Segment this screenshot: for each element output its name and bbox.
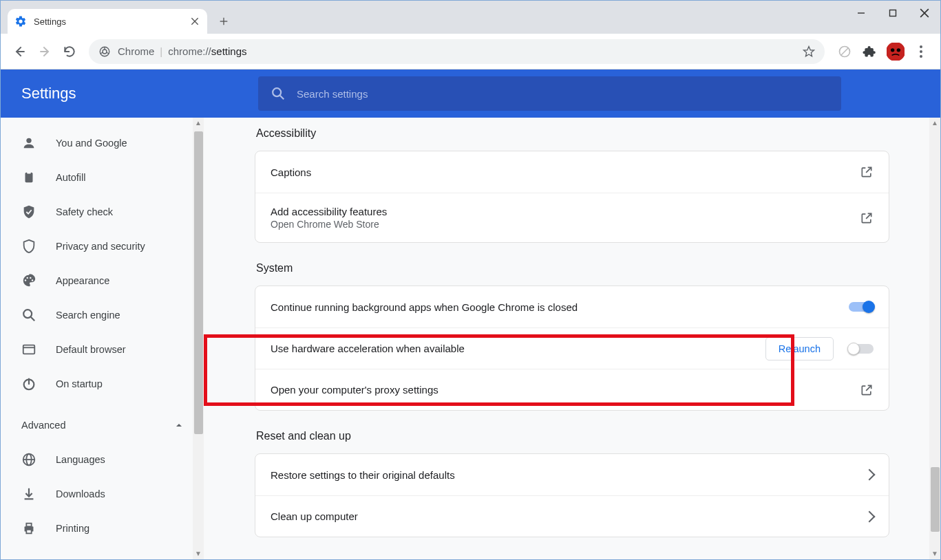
sidebar-item-label: Appearance <box>56 275 109 286</box>
globe-icon <box>21 452 36 467</box>
nav-forward-button[interactable] <box>32 39 57 64</box>
sidebar-item-label: Downloads <box>56 488 105 499</box>
row-proxy[interactable]: Open your computer's proxy settings <box>255 369 889 410</box>
window-close-button[interactable] <box>909 1 940 25</box>
svg-point-11 <box>103 50 107 54</box>
svg-point-28 <box>30 277 31 279</box>
external-link-icon <box>860 383 874 397</box>
sidebar-item-autofill[interactable]: Autofill <box>1 160 204 195</box>
captions-label: Captions <box>271 166 311 178</box>
svg-line-47 <box>866 385 871 391</box>
sidebar-item-default-browser[interactable]: Default browser <box>1 332 204 367</box>
sidebar-item-label: Default browser <box>56 344 126 355</box>
tab-title: Settings <box>34 17 189 27</box>
svg-rect-5 <box>890 10 896 17</box>
svg-point-29 <box>32 279 33 281</box>
sidebar-item-downloads[interactable]: Downloads <box>1 477 204 511</box>
sidebar-item-startup[interactable]: On startup <box>1 367 204 401</box>
proxy-label: Open your computer's proxy settings <box>271 384 438 396</box>
row-add-features[interactable]: Add accessibility features Open Chrome W… <box>255 193 889 242</box>
bg-apps-label: Continue running background apps when Go… <box>271 301 578 313</box>
svg-line-45 <box>866 167 871 173</box>
sidebar-item-label: Autofill <box>56 172 86 183</box>
sidebar-item-label: Safety check <box>56 206 113 217</box>
download-icon <box>21 486 36 502</box>
bookmark-star-icon[interactable] <box>803 45 815 58</box>
svg-marker-36 <box>176 424 182 427</box>
restore-label: Restore settings to their original defau… <box>271 469 455 481</box>
scroll-down-arrow-icon[interactable]: ▼ <box>193 548 204 559</box>
sidebar-item-search-engine[interactable]: Search engine <box>1 298 204 332</box>
sidebar-item-label: You and Google <box>56 138 127 149</box>
shield-check-icon <box>21 204 36 219</box>
svg-point-20 <box>897 48 900 52</box>
settings-header: Settings Search settings <box>1 69 940 118</box>
search-placeholder: Search settings <box>297 88 368 100</box>
section-system-title: System <box>256 262 889 274</box>
svg-line-22 <box>280 96 284 100</box>
row-hw-accel[interactable]: Use hardware acceleration when available… <box>255 327 889 369</box>
row-cleanup[interactable]: Clean up computer <box>255 495 889 537</box>
extensions-puzzle-icon[interactable] <box>862 44 877 59</box>
sidebar-scroll-thumb[interactable] <box>194 131 203 434</box>
cleanup-label: Clean up computer <box>271 510 358 522</box>
row-captions[interactable]: Captions <box>255 151 889 193</box>
address-bar[interactable]: Chrome | chrome://settings <box>89 39 825 64</box>
window-maximize-button[interactable] <box>877 1 909 25</box>
tab-close-icon[interactable] <box>189 16 200 27</box>
section-reset-title: Reset and clean up <box>256 430 889 442</box>
browser-titlebar: Settings <box>1 1 940 34</box>
sidebar-item-privacy[interactable]: Privacy and security <box>1 229 204 263</box>
settings-gear-icon <box>14 15 27 28</box>
browser-tab[interactable]: Settings <box>8 9 207 34</box>
extension-icon-1[interactable] <box>837 44 852 59</box>
profile-avatar[interactable] <box>887 43 905 61</box>
svg-point-21 <box>273 88 281 96</box>
svg-line-31 <box>31 317 35 321</box>
svg-rect-32 <box>23 345 35 354</box>
nav-back-button[interactable] <box>8 39 32 64</box>
row-restore-defaults[interactable]: Restore settings to their original defau… <box>255 454 889 495</box>
add-features-label: Add accessibility features <box>271 206 387 217</box>
svg-point-27 <box>27 277 28 279</box>
svg-line-17 <box>841 48 848 55</box>
sidebar-item-appearance[interactable]: Appearance <box>1 263 204 298</box>
reset-card: Restore settings to their original defau… <box>255 453 889 537</box>
nav-reload-button[interactable] <box>57 39 82 64</box>
settings-main: Accessibility Captions Add accessibility… <box>204 118 940 559</box>
external-link-icon <box>860 165 874 179</box>
main-scrollbar[interactable]: ▲ ▼ <box>929 118 940 559</box>
svg-rect-43 <box>26 524 31 527</box>
palette-icon <box>21 273 36 288</box>
advanced-label: Advanced <box>21 420 66 431</box>
relaunch-button[interactable]: Relaunch <box>765 337 834 360</box>
row-background-apps[interactable]: Continue running background apps when Go… <box>255 286 889 327</box>
accessibility-card: Captions Add accessibility features Open… <box>255 151 889 243</box>
svg-line-46 <box>866 213 871 219</box>
url-prefix-label: Chrome <box>118 45 154 57</box>
scroll-down-arrow-icon[interactable]: ▼ <box>929 548 940 559</box>
chevron-right-icon <box>864 510 876 522</box>
sidebar-advanced-toggle[interactable]: Advanced <box>1 408 204 442</box>
new-tab-button[interactable] <box>214 12 233 31</box>
toggle-bg-apps[interactable] <box>849 302 874 312</box>
scroll-up-arrow-icon[interactable]: ▲ <box>193 118 204 129</box>
window-controls <box>845 1 940 25</box>
sidebar-scrollbar[interactable]: ▲ ▼ <box>193 118 204 559</box>
settings-search[interactable]: Search settings <box>258 76 841 111</box>
sidebar-item-you-and-google[interactable]: You and Google <box>1 126 204 160</box>
sidebar-item-safety-check[interactable]: Safety check <box>1 195 204 229</box>
svg-point-30 <box>23 310 32 318</box>
scroll-up-arrow-icon[interactable]: ▲ <box>929 118 940 129</box>
main-scroll-thumb[interactable] <box>931 467 940 532</box>
browser-menu-button[interactable] <box>914 45 928 58</box>
toggle-hw-accel[interactable] <box>849 344 874 354</box>
sidebar-item-label: Languages <box>56 454 105 465</box>
section-accessibility-title: Accessibility <box>256 127 889 140</box>
url-separator: | <box>160 45 162 57</box>
sidebar-item-languages[interactable]: Languages <box>1 442 204 477</box>
sidebar-item-printing[interactable]: Printing <box>1 511 204 546</box>
svg-point-23 <box>26 138 31 143</box>
window-minimize-button[interactable] <box>845 1 877 25</box>
power-icon <box>21 376 36 391</box>
